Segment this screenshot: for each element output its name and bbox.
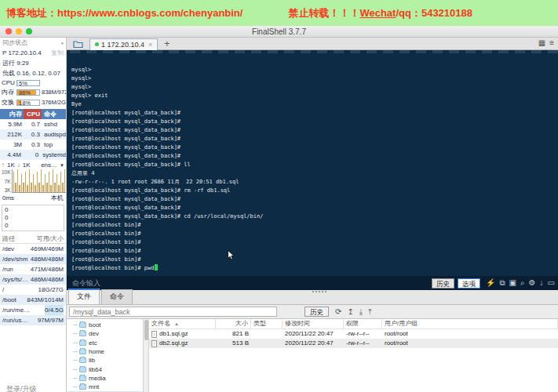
- file-row[interactable]: !db1.sql.gz821 B2020/11/22 20:47-rw-r--r…: [149, 329, 558, 339]
- process-cell: sshd: [42, 119, 66, 129]
- tree-connector: [73, 360, 78, 361]
- tab-files[interactable]: 文件: [68, 289, 100, 304]
- swap-label: 交换: [2, 98, 15, 107]
- download-icon[interactable]: ↓: [540, 279, 544, 287]
- paste-icon[interactable]: ▣: [509, 279, 516, 287]
- ping-host: 本机: [51, 194, 64, 202]
- history-button[interactable]: 历史: [432, 278, 454, 289]
- copy-ip-button[interactable]: 复制: [51, 49, 64, 57]
- terminal-line: [root@localhost mysql_data_back]#: [71, 135, 556, 143]
- tree-connector: [73, 387, 78, 387]
- path-input[interactable]: [69, 307, 277, 317]
- network-bar: [49, 172, 50, 192]
- file-row[interactable]: !db2.sql.gz513 B2020/11/22 20:47-rw-r--r…: [149, 339, 558, 348]
- process-cell: 5.9M: [0, 119, 24, 129]
- minimize-window-button[interactable]: [16, 28, 22, 34]
- network-bar: [38, 183, 40, 192]
- process-cell: top: [42, 140, 66, 150]
- network-ytick: 10K: [2, 169, 11, 175]
- uptime: 运行 9:29: [2, 59, 29, 67]
- network-bar: [25, 172, 27, 192]
- disk-row: /run/us…97M/97M: [0, 315, 66, 325]
- chevron-down-icon[interactable]: ▼: [60, 163, 64, 168]
- new-tab-button[interactable]: +: [164, 38, 170, 49]
- tab-commands[interactable]: 命令: [101, 289, 133, 304]
- close-tab-icon[interactable]: ×: [148, 41, 152, 49]
- cpu-label: CPU: [2, 79, 15, 86]
- maximize-window-button[interactable]: [26, 28, 32, 34]
- disk-col-path: 路径: [2, 234, 37, 243]
- file-panel: 文件 命令 历史 ⟳↥⤓⤒ bootdevetchomeliblib64medi…: [67, 290, 558, 392]
- copy-icon[interactable]: ⧉: [499, 279, 505, 287]
- network-bar: [17, 169, 19, 192]
- disk-col-size: 可用/大小: [37, 234, 64, 243]
- ping-row: 0: [5, 222, 61, 230]
- up-directory-icon[interactable]: ↥: [347, 307, 353, 317]
- session-tab[interactable]: 1 172.20.10.4 ×: [89, 38, 158, 50]
- options-button[interactable]: 选项: [458, 278, 480, 289]
- disk-path: /: [2, 285, 38, 295]
- tree-item-home[interactable]: home: [67, 347, 143, 356]
- disk-path: /sys/fs/…: [2, 274, 31, 285]
- finalshell-window: 博客地址：https://www.cnblogs.com/chenyanbin/…: [0, 0, 558, 392]
- tree-connector: [73, 378, 78, 379]
- terminal-line: [root@localhost mysql_data_back]#: [71, 152, 556, 161]
- ping-row: 0: [5, 214, 61, 222]
- terminal-clipped-line: [70, 50, 558, 53]
- tree-item-label: mnt: [89, 383, 99, 390]
- menu-icon[interactable]: ≡: [549, 38, 554, 47]
- panel-resize-handle[interactable]: [312, 291, 328, 292]
- connections-folder-icon[interactable]: [73, 37, 83, 51]
- file-toolbar: 历史 ⟳↥⤓⤒: [67, 305, 558, 318]
- command-input-bar: 历史 选项 ⚡⧉▣⌕⚙↓▭: [67, 276, 558, 290]
- network-bar: [35, 185, 36, 192]
- search-icon[interactable]: ⌕: [520, 279, 525, 287]
- command-input[interactable]: [72, 279, 429, 287]
- disk-row: /dev469M/469M: [0, 244, 66, 254]
- grid-view-icon[interactable]: ▦: [538, 38, 545, 47]
- close-window-button[interactable]: [5, 28, 12, 34]
- swap-gauge: 交换 18% 376M/2G: [0, 97, 66, 107]
- interface-select[interactable]: ens…: [41, 162, 57, 169]
- path-history-button[interactable]: 历史: [305, 307, 329, 317]
- refresh-icon[interactable]: ⟳: [335, 307, 341, 317]
- lightning-icon[interactable]: ⚡: [486, 279, 495, 287]
- terminal[interactable]: mysql> mysql> mysql> mysql> exitBye[root…: [67, 50, 558, 276]
- tree-item-mnt[interactable]: mnt: [67, 383, 143, 391]
- login-upgrade-link[interactable]: 登录/升级: [6, 384, 37, 392]
- tree-item-lib[interactable]: lib: [67, 356, 143, 365]
- download-file-icon[interactable]: ⤓: [359, 307, 363, 317]
- promo-banner: 博客地址：https://www.cnblogs.com/chenyanbin/…: [0, 0, 558, 26]
- download-rate: 1K: [23, 162, 31, 169]
- tree-item-lib64[interactable]: lib64: [67, 365, 143, 373]
- upload-file-icon[interactable]: ⤒: [368, 307, 371, 317]
- tree-item-etc[interactable]: etc: [67, 339, 143, 347]
- window-title: FinalShell 3.7.7: [252, 27, 306, 36]
- disk-path: /dev/shm: [2, 254, 31, 264]
- tree-item-dev[interactable]: dev: [67, 329, 143, 338]
- network-bar: [60, 172, 62, 192]
- tree-scrollbar[interactable]: [144, 319, 149, 392]
- load-average: 负载 0.16, 0.12, 0.07: [2, 69, 60, 78]
- gear-icon[interactable]: ⚙: [529, 279, 536, 287]
- folder-icon: [79, 349, 86, 354]
- terminal-line: [root@localhost bin]#: [71, 247, 556, 256]
- tree-item-boot[interactable]: boot: [67, 321, 143, 329]
- session-tab-label: 1 172.20.10.4: [101, 41, 144, 49]
- process-table-header: 内存CPU命令: [0, 109, 66, 119]
- process-col-header: 命令: [42, 109, 66, 119]
- terminal-line: [root@localhost bin]#: [71, 221, 556, 230]
- folder-icon: [79, 367, 86, 372]
- sync-status-icon: ●: [60, 41, 64, 45]
- process-cell: audispd: [42, 129, 66, 140]
- tree-item-media[interactable]: media: [67, 374, 143, 383]
- window-controls: [5, 28, 32, 34]
- disk-row: /boot843M/1014M: [0, 295, 66, 305]
- disk-size: 18G/27G: [38, 285, 64, 295]
- swap-bar: 18%: [16, 100, 40, 106]
- folder-icon: [79, 322, 86, 328]
- disk-size: 471M/486M: [31, 264, 64, 274]
- file-size: 513 B: [216, 339, 251, 348]
- monitor-icon[interactable]: ▭: [548, 279, 555, 287]
- disk-row: /sys/fs/…486M/486M: [0, 274, 66, 285]
